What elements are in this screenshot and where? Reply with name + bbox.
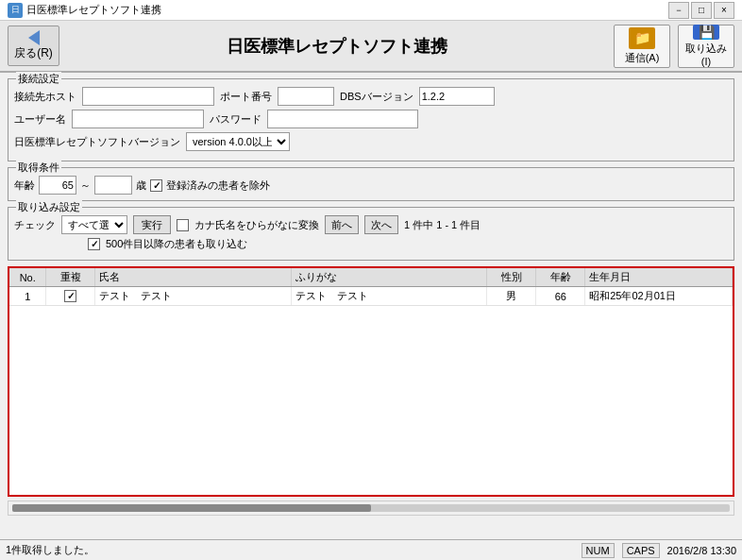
cell-name: テスト テスト <box>95 287 292 306</box>
status-right: NUM CAPS 2016/2/8 13:30 <box>582 543 736 558</box>
age-to-input[interactable] <box>94 176 132 195</box>
cell-no: 1 <box>9 287 46 306</box>
cell-birth: 昭和25年02月01日 <box>585 287 733 306</box>
col-header-dup: 重複 <box>46 268 95 287</box>
kana-convert-label: カナ氏名をひらがなに変換 <box>194 218 319 232</box>
version-select[interactable]: version 4.0.0以上 <box>186 132 290 151</box>
scrollbar-track <box>12 504 730 512</box>
main-content: 接続設定 接続先ホスト ポート番号 DBSバージョン ユーザー名 パスワード 日… <box>0 73 742 525</box>
bulk-row: 500件目以降の患者も取り込む <box>14 237 728 251</box>
import-settings-section: 取り込み設定 チェック すべて選択 実行 カナ氏名をひらがなに変換 前へ 次へ … <box>8 207 734 261</box>
connection-section-label: 接続設定 <box>16 72 61 86</box>
scrollbar-thumb[interactable] <box>12 504 371 512</box>
toolbar-actions: 📁 通信(A) 💾 取り込み(I) <box>614 25 734 68</box>
maximize-button[interactable]: □ <box>691 2 712 19</box>
back-label: 戻る(R) <box>14 45 53 61</box>
import-label: 取り込み(I) <box>681 42 732 67</box>
col-header-no: No. <box>9 268 46 287</box>
col-header-name: 氏名 <box>95 268 292 287</box>
patient-table: No. 重複 氏名 ふりがな 性別 年齢 生年月日 1テスト テストテスト テス… <box>9 268 733 306</box>
back-arrow-icon <box>28 30 40 45</box>
cell-dup[interactable] <box>46 287 95 306</box>
bulk-checkbox[interactable] <box>88 238 100 250</box>
app-icon: 日 <box>8 3 23 18</box>
import-icon: 💾 <box>693 25 719 40</box>
col-header-birth: 生年月日 <box>585 268 733 287</box>
import-button[interactable]: 💾 取り込み(I) <box>678 25 734 68</box>
age-row: 年齢 ～ 歳 登録済みの患者を除外 <box>14 176 728 195</box>
connection-content: 接続先ホスト ポート番号 DBSバージョン ユーザー名 パスワード 日医標準レセ… <box>8 79 734 161</box>
prev-button[interactable]: 前へ <box>325 215 359 234</box>
exclude-checkbox[interactable] <box>150 179 162 192</box>
back-button[interactable]: 戻る(R) <box>8 25 59 66</box>
check-row: チェック すべて選択 実行 カナ氏名をひらがなに変換 前へ 次へ 1 件中 1 … <box>14 215 728 234</box>
comm-button[interactable]: 📁 通信(A) <box>614 25 670 68</box>
horizontal-scrollbar[interactable] <box>8 501 734 516</box>
dbs-input[interactable] <box>419 87 495 106</box>
user-input[interactable] <box>72 110 204 128</box>
exclude-label: 登録済みの患者を除外 <box>166 178 270 193</box>
close-button[interactable]: × <box>714 2 734 19</box>
comm-label: 通信(A) <box>625 51 660 65</box>
pass-label: パスワード <box>210 112 261 127</box>
cell-age: 66 <box>536 287 585 306</box>
age-from-input[interactable] <box>39 176 76 195</box>
age-wave: ～ <box>80 178 91 193</box>
patient-table-container: No. 重複 氏名 ふりがな 性別 年齢 生年月日 1テスト テストテスト テス… <box>8 266 734 497</box>
toolbar: 戻る(R) 日医標準レセプトソフト連携 📁 通信(A) 💾 取り込み(I) <box>0 21 742 73</box>
cell-kana: テスト テスト <box>291 287 487 306</box>
titlebar-title: 日医標準レセプトソフト連携 <box>26 3 668 17</box>
bulk-label: 500件目以降の患者も取り込む <box>106 237 247 251</box>
table-header-row: No. 重複 氏名 ふりがな 性別 年齢 生年月日 <box>9 268 733 287</box>
host-label: 接続先ホスト <box>14 90 76 104</box>
titlebar: 日 日医標準レセプトソフト連携 － □ × <box>0 0 742 21</box>
fetch-condition-section: 取得条件 年齢 ～ 歳 登録済みの患者を除外 <box>8 167 734 201</box>
dbs-label: DBSバージョン <box>340 90 413 104</box>
host-row: 接続先ホスト ポート番号 DBSバージョン <box>14 87 728 106</box>
toolbar-title: 日医標準レセプトソフト連携 <box>67 35 606 58</box>
col-header-sex: 性別 <box>487 268 536 287</box>
fetch-section-label: 取得条件 <box>16 161 61 175</box>
import-section-label: 取り込み設定 <box>16 200 82 214</box>
pass-input[interactable] <box>267 110 418 128</box>
window-controls: － □ × <box>668 2 734 19</box>
empty-table-space <box>9 306 733 495</box>
exec-button[interactable]: 実行 <box>133 215 171 234</box>
minimize-button[interactable]: － <box>668 2 689 19</box>
check-label: チェック <box>14 218 56 232</box>
cell-sex: 男 <box>487 287 536 306</box>
user-label: ユーザー名 <box>14 112 66 127</box>
next-button[interactable]: 次へ <box>364 215 398 234</box>
comm-icon: 📁 <box>629 27 655 49</box>
count-label: 1 件中 1 - 1 件目 <box>404 218 481 232</box>
caps-badge: CAPS <box>622 543 660 558</box>
port-label: ポート番号 <box>220 90 272 104</box>
row-checkbox[interactable] <box>64 290 76 302</box>
version-label: 日医標準レセプトソフトバージョン <box>14 135 180 149</box>
import-content: チェック すべて選択 実行 カナ氏名をひらがなに変換 前へ 次へ 1 件中 1 … <box>8 208 734 260</box>
port-input[interactable] <box>278 87 334 106</box>
kana-convert-checkbox[interactable] <box>177 219 189 231</box>
age-unit: 歳 <box>136 178 146 193</box>
version-row: 日医標準レセプトソフトバージョン version 4.0.0以上 <box>14 132 728 151</box>
col-header-kana: ふりがな <box>291 268 487 287</box>
fetch-content: 年齢 ～ 歳 登録済みの患者を除外 <box>8 168 734 200</box>
check-select[interactable]: すべて選択 <box>61 215 127 234</box>
host-input[interactable] <box>82 87 214 106</box>
connection-section: 接続設定 接続先ホスト ポート番号 DBSバージョン ユーザー名 パスワード 日… <box>8 78 734 161</box>
status-datetime: 2016/2/8 13:30 <box>667 545 736 556</box>
table-row[interactable]: 1テスト テストテスト テスト男66昭和25年02月01日 <box>9 287 733 306</box>
age-label: 年齢 <box>14 178 35 193</box>
col-header-age: 年齢 <box>536 268 585 287</box>
user-row: ユーザー名 パスワード <box>14 110 728 128</box>
statusbar: 1件取得しました。 NUM CAPS 2016/2/8 13:30 <box>0 539 742 560</box>
status-message: 1件取得しました。 <box>6 543 582 557</box>
num-badge: NUM <box>582 543 615 558</box>
